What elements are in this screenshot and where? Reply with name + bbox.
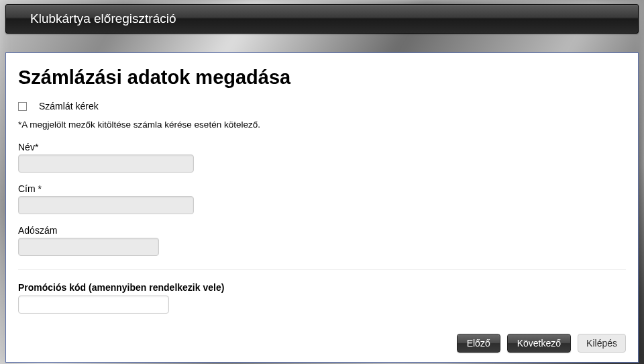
header-bar: Klubkártya előregisztráció — [5, 4, 639, 34]
field-name-group: Név* — [18, 142, 626, 173]
address-label: Cím * — [18, 183, 626, 194]
section-divider — [18, 269, 626, 270]
header-title: Klubkártya előregisztráció — [30, 11, 614, 26]
taxnum-input[interactable] — [18, 238, 159, 256]
promo-label: Promóciós kód (amennyiben rendelkezik ve… — [18, 282, 626, 293]
name-input[interactable] — [18, 154, 194, 173]
field-address-group: Cím * — [18, 183, 626, 214]
invoice-checkbox-label: Számlát kérek — [39, 101, 99, 111]
invoice-checkbox-row: Számlát kérek — [18, 101, 626, 111]
prev-button[interactable]: Előző — [457, 334, 500, 353]
exit-button[interactable]: Kilépés — [578, 334, 626, 353]
address-input[interactable] — [18, 196, 194, 214]
page-title: Számlázási adatok megadása — [18, 66, 626, 89]
invoice-checkbox[interactable] — [18, 102, 27, 111]
next-button[interactable]: Következő — [507, 334, 571, 353]
field-taxnum-group: Adószám — [18, 225, 626, 256]
name-label: Név* — [18, 142, 626, 152]
required-hint: *A megjelölt mezők kitöltése számla kéré… — [18, 120, 626, 130]
button-row: Előző Következő Kilépés — [457, 334, 626, 353]
promo-input[interactable] — [18, 295, 169, 314]
form-panel: Számlázási adatok megadása Számlát kérek… — [5, 52, 639, 363]
taxnum-label: Adószám — [18, 225, 626, 236]
field-promo-group: Promóciós kód (amennyiben rendelkezik ve… — [18, 282, 626, 314]
